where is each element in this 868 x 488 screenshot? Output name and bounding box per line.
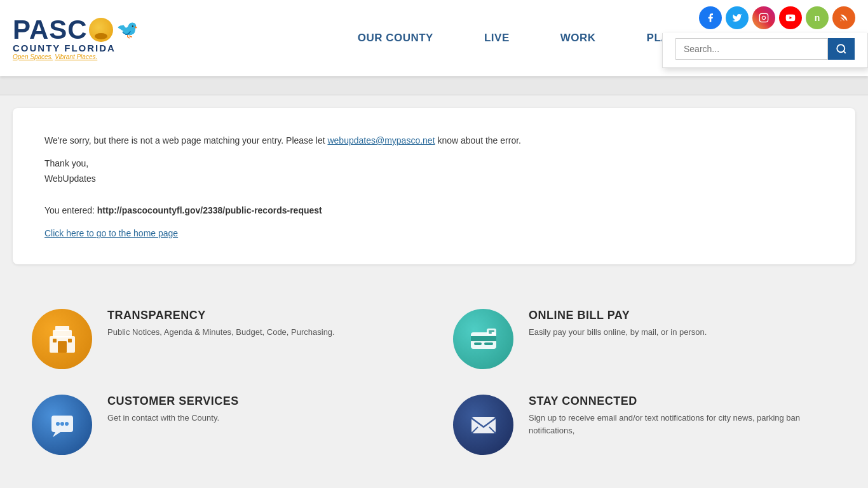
nav-our-county[interactable]: OUR COUNTY [358,25,433,51]
bill-pay-title: ONLINE BILL PAY [529,309,836,322]
you-entered: You entered: http://pascocountyfl.gov/23… [44,205,824,215]
nextdoor-icon[interactable]: n [806,6,829,29]
rss-icon[interactable] [832,6,855,29]
stay-connected-icon-circle [453,395,513,455]
thank-you-block: Thank you, WebUpdates [44,156,824,187]
svg-rect-24 [471,417,496,433]
card-icon [468,323,499,355]
logo-bird-icon: 🐦 [116,21,139,39]
logo-area[interactable]: PASC 🐦 County Florida Open Spaces. Vibra… [13,17,178,60]
svg-point-4 [837,44,844,52]
customer-services-title: CUSTOMER SERVICES [107,395,415,408]
svg-rect-0 [759,13,768,22]
facebook-icon[interactable] [699,6,722,29]
customer-icon-circle [32,395,92,455]
logo-o-circle [89,18,113,42]
customer-services-desc: Get in contact with the County. [107,412,415,424]
main-content: We're sorry, but there is not a web page… [0,95,868,277]
chat-icon [46,409,78,441]
widget-online-bill-pay[interactable]: ONLINE BILL PAY Easily pay your bills on… [434,296,855,382]
svg-rect-18 [489,332,492,334]
nav-live[interactable]: LIVE [484,25,510,51]
svg-point-21 [56,422,60,426]
error-card: We're sorry, but there is not a web page… [13,108,855,264]
nav-work[interactable]: WORK [560,25,596,51]
svg-rect-13 [471,336,496,341]
footer-widgets: TRANSPARENCY Public Notices, Agenda & Mi… [0,277,868,468]
bill-pay-text: ONLINE BILL PAY Easily pay your bills on… [529,309,836,339]
transparency-desc: Public Notices, Agenda & Minutes, Budget… [107,326,415,339]
instagram-icon[interactable] [752,6,775,29]
svg-point-22 [60,422,64,426]
home-page-link[interactable]: Click here to go to the home page [44,228,178,238]
social-bar: n [686,0,868,33]
search-bar [662,33,868,68]
svg-line-5 [843,51,845,53]
search-input[interactable] [675,38,828,60]
transparency-text: TRANSPARENCY Public Notices, Agenda & Mi… [107,309,415,339]
twitter-icon[interactable] [726,6,749,29]
widget-customer-services[interactable]: CUSTOMER SERVICES Get in contact with th… [13,382,434,468]
svg-rect-14 [474,342,482,345]
site-header: PASC 🐦 County Florida Open Spaces. Vibra… [0,0,868,76]
svg-rect-11 [68,339,72,342]
youtube-icon[interactable] [779,6,802,29]
svg-rect-8 [55,326,69,331]
svg-marker-20 [53,432,60,437]
message-icon [468,409,499,441]
search-icon [836,43,847,55]
bill-pay-desc: Easily pay your bills online, by mail, o… [529,326,836,339]
transparency-title: TRANSPARENCY [107,309,415,322]
logo-tagline: Open Spaces. Vibrant Places. [13,54,139,60]
header-right: n [662,0,868,68]
stay-connected-title: STAY CONNECTED [529,395,836,408]
bill-pay-icon-circle [453,309,513,369]
stay-connected-text: STAY CONNECTED Sign up to receive email … [529,395,836,437]
logo-county-florida: County Florida [13,43,139,53]
transparency-icon-circle [32,309,92,369]
svg-point-3 [841,20,841,21]
widget-stay-connected[interactable]: STAY CONNECTED Sign up to receive email … [434,382,855,468]
widget-transparency[interactable]: TRANSPARENCY Public Notices, Agenda & Mi… [13,296,434,382]
error-message: We're sorry, but there is not a web page… [44,133,824,149]
svg-point-23 [65,422,69,426]
svg-rect-17 [489,330,494,332]
logo-pasco-text: PASC 🐦 [13,17,139,43]
svg-rect-10 [53,339,57,342]
svg-rect-9 [58,341,67,353]
stay-connected-desc: Sign up to receive email and/or text not… [529,412,836,437]
breadcrumb-strip [0,76,868,95]
building-icon [46,323,78,355]
svg-rect-15 [484,342,493,345]
email-link[interactable]: webupdates@mypasco.net [327,135,435,146]
search-button[interactable] [828,38,855,60]
customer-services-text: CUSTOMER SERVICES Get in contact with th… [107,395,415,424]
